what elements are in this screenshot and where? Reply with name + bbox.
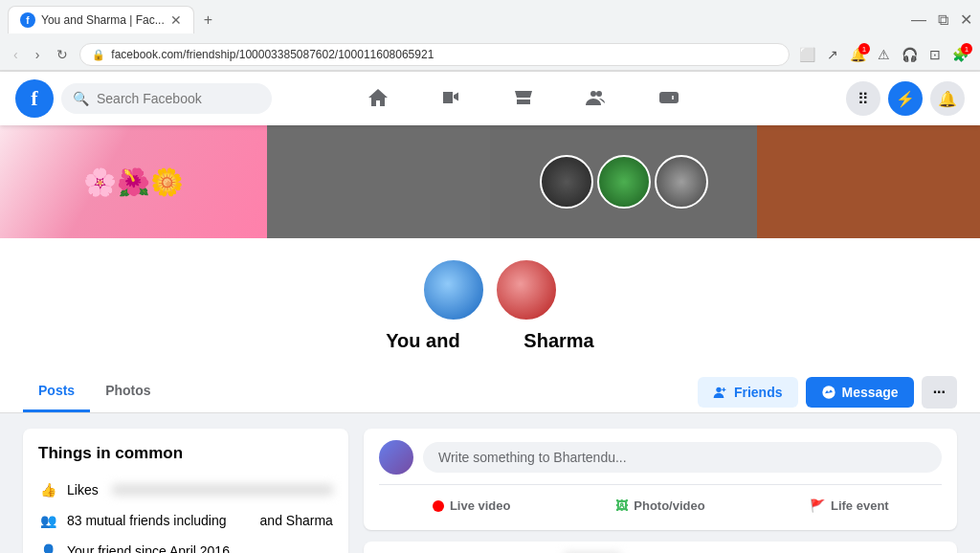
window-controls: — ⧉ ✕ <box>911 11 972 29</box>
forward-button[interactable]: › <box>30 43 46 66</box>
restore-icon[interactable]: ⧉ <box>938 11 948 29</box>
gaming-icon <box>657 86 680 109</box>
tab-actions: Friends Message ··· <box>698 376 957 409</box>
cover-avatar-2 <box>597 155 651 209</box>
marketplace-icon <box>512 86 535 109</box>
tab-close-button[interactable]: ✕ <box>170 12 182 28</box>
current-user-avatar <box>379 440 413 475</box>
nav-marketplace[interactable] <box>489 78 558 120</box>
extension-icon[interactable]: 🧩 1 <box>948 43 972 66</box>
close-window-icon[interactable]: ✕ <box>960 11 972 29</box>
messenger-send-icon <box>821 385 836 400</box>
fb-logo[interactable]: f <box>15 79 54 118</box>
cover-avatar-1 <box>540 155 593 209</box>
browser-navbar: ‹ › ↻ 🔒 facebook.com/friendship/10000338… <box>0 39 980 71</box>
warning-icon[interactable]: ⚠ <box>874 43 894 66</box>
share-icon[interactable]: ↗ <box>823 43 842 66</box>
search-input[interactable] <box>97 91 250 106</box>
right-panel: Write something to Bhartendu... Live vid… <box>364 429 957 553</box>
notifications-icon[interactable]: 🔔 1 <box>846 43 870 66</box>
search-icon: 🔍 <box>73 91 89 106</box>
tab-photos[interactable]: Photos <box>90 371 166 412</box>
cover-area: 🌸🌺🌼 You and Sharma <box>0 125 980 413</box>
reload-button[interactable]: ↻ <box>51 43 74 66</box>
groups-icon <box>585 86 608 109</box>
left-panel: Things in common 👍 Likes 👥 83 mutual fri… <box>23 429 348 553</box>
tab-favicon: f <box>20 12 35 28</box>
headphones-icon[interactable]: 🎧 <box>898 43 922 66</box>
apps-button[interactable]: ⠿ <box>846 81 880 116</box>
message-button[interactable]: Message <box>806 377 914 408</box>
profile-tabs: Posts Photos Friends Message ··· <box>0 371 980 413</box>
friends-icon <box>713 385 728 400</box>
thumbs-up-icon: 👍 <box>38 480 57 499</box>
avatar-pair <box>421 250 559 330</box>
cover-strip: 🌸🌺🌼 <box>0 125 980 238</box>
active-tab[interactable]: f You and Sharma | Fac... ✕ <box>8 6 194 33</box>
cover-center-left <box>267 125 490 238</box>
browser-chrome: f You and Sharma | Fac... ✕ + — ⧉ ✕ ‹ › … <box>0 0 980 72</box>
tab-bar: f You and Sharma | Fac... ✕ + — ⧉ ✕ <box>0 0 980 39</box>
people-icon: 👥 <box>38 511 57 530</box>
live-dot <box>433 500 444 512</box>
write-post-card: Write something to Bhartendu... Live vid… <box>364 429 957 530</box>
extension-badge: 1 <box>961 43 972 55</box>
nav-video[interactable] <box>416 78 485 120</box>
minimize-icon[interactable]: — <box>911 11 926 29</box>
cast-icon[interactable]: ⬜ <box>795 43 819 66</box>
content-area: Things in common 👍 Likes 👥 83 mutual fri… <box>0 413 980 553</box>
notifications-button[interactable]: 🔔 <box>930 81 965 116</box>
svg-point-5 <box>716 387 721 391</box>
tab-title: You and Sharma | Fac... <box>41 13 165 27</box>
svg-point-4 <box>672 98 674 100</box>
more-button[interactable]: ··· <box>922 376 957 409</box>
fb-nav-right: ⠿ ⚡ 🔔 <box>846 81 965 116</box>
tab-posts[interactable]: Posts <box>23 371 90 412</box>
fb-navbar: f 🔍 ⠿ ⚡ 🔔 <box>0 72 980 125</box>
address-bar[interactable]: 🔒 facebook.com/friendship/10000338508760… <box>79 43 790 66</box>
profile-section: You and Sharma <box>0 238 980 371</box>
post-card: Bhaskar Sharma is with Sharma and 9 othe… <box>364 542 957 553</box>
nav-gaming[interactable] <box>635 78 703 120</box>
common-title: Things in common <box>38 444 333 463</box>
common-friend-since: 👤 Your friend since April 2016 <box>38 536 333 553</box>
search-container[interactable]: 🔍 <box>61 83 272 114</box>
url-text: facebook.com/friendship/100003385087602/… <box>111 48 777 61</box>
video-icon <box>439 86 462 109</box>
back-button[interactable]: ‹ <box>8 43 24 66</box>
svg-point-0 <box>590 91 596 97</box>
common-mutual-friends: 👥 83 mutual friends including and Sharma <box>38 505 333 536</box>
profile-name: You and Sharma <box>386 330 593 352</box>
cover-left: 🌸🌺🌼 <box>0 125 267 238</box>
notification-badge: 1 <box>858 43 870 55</box>
split-view-icon[interactable]: ⊡ <box>925 43 945 66</box>
home-icon <box>367 86 390 109</box>
nav-home[interactable] <box>344 78 412 120</box>
friends-button[interactable]: Friends <box>698 377 798 408</box>
post-actions: Live video 🖼 Photo/video 🚩 Life event <box>379 484 942 519</box>
svg-point-1 <box>596 91 602 97</box>
things-in-common-card: Things in common 👍 Likes 👥 83 mutual fri… <box>23 429 348 553</box>
live-video-button[interactable]: Live video <box>379 493 564 519</box>
tab-items: Posts Photos <box>23 371 167 412</box>
svg-point-3 <box>672 96 674 98</box>
flag-icon: 🚩 <box>810 498 825 513</box>
person-icon: 👤 <box>38 542 57 553</box>
post-input[interactable]: Write something to Bhartendu... <box>423 442 942 473</box>
fb-nav-center <box>344 78 703 120</box>
messenger-button[interactable]: ⚡ <box>888 81 923 116</box>
cover-avatar-3 <box>655 155 708 209</box>
write-post-top: Write something to Bhartendu... <box>379 440 942 475</box>
cover-center-avatars <box>490 125 757 238</box>
facebook-app: f 🔍 ⠿ ⚡ 🔔 <box>0 72 980 553</box>
avatar-user <box>421 257 486 322</box>
nav-groups[interactable] <box>562 78 631 120</box>
photo-video-button[interactable]: 🖼 Photo/video <box>568 493 752 519</box>
life-event-button[interactable]: 🚩 Life event <box>757 493 942 519</box>
common-likes: 👍 Likes <box>38 475 333 505</box>
new-tab-button[interactable]: + <box>200 8 216 33</box>
browser-nav-icons: ⬜ ↗ 🔔 1 ⚠ 🎧 ⊡ 🧩 1 <box>795 43 972 66</box>
lock-icon: 🔒 <box>92 49 105 61</box>
photo-icon: 🖼 <box>615 498 628 513</box>
avatar-friend <box>494 257 559 322</box>
